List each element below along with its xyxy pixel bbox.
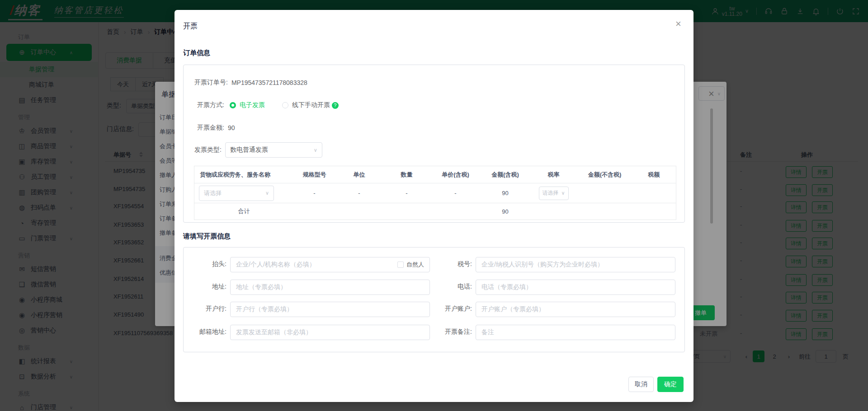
order-info-heading: 订单信息 bbox=[183, 49, 210, 57]
radio-offline-label[interactable]: 线下手动开票 bbox=[292, 101, 330, 109]
radio-electronic-label[interactable]: 电子发票 bbox=[240, 101, 265, 109]
title-placeholder: 企业/个人/机构名称（必填） bbox=[236, 261, 316, 269]
invoice-amount-row: 开票金额: 90 bbox=[197, 124, 235, 132]
goods-unitprice-value: - bbox=[430, 183, 481, 203]
cancel-button[interactable]: 取消 bbox=[628, 377, 654, 392]
order-no-label: 开票订单号: bbox=[194, 79, 228, 87]
invoice-amount-label: 开票金额: bbox=[197, 124, 224, 132]
chevron-down-icon: ∨ bbox=[561, 190, 565, 196]
fill-invoice-heading: 请填写开票信息 bbox=[183, 232, 231, 241]
order-no-row: 开票订单号: MP1954735721178083328 bbox=[194, 79, 307, 87]
remark-field-label: 开票备注: bbox=[387, 328, 472, 336]
order-no-value: MP1954735721178083328 bbox=[231, 79, 307, 86]
radio-electronic-invoice[interactable] bbox=[230, 102, 236, 108]
confirm-button[interactable]: 确定 bbox=[657, 377, 684, 392]
invoice-type-select[interactable]: 数电普通发票 ∨ bbox=[225, 142, 322, 158]
help-icon[interactable]: ? bbox=[332, 102, 339, 109]
goods-col-amount-extax: 金额(不含税) bbox=[578, 166, 632, 183]
goods-total-row: 合计 90 bbox=[194, 203, 676, 220]
tax-rate-placeholder: 请选择 bbox=[542, 189, 559, 197]
order-info-box: 开票订单号: MP1954735721178083328 开票方式: 电子发票 … bbox=[183, 65, 685, 223]
goods-col-taxrate: 税率 bbox=[530, 166, 578, 183]
goods-col-name: 货物或应税劳务、服务名称 bbox=[194, 166, 294, 183]
taxno-field-label: 税号: bbox=[387, 260, 472, 268]
taxno-placeholder: 企业/纳税人识别号（购买方为企业时必填） bbox=[481, 261, 604, 269]
account-placeholder: 开户账户（专票必填） bbox=[481, 305, 545, 313]
goods-col-qty: 数量 bbox=[383, 166, 430, 183]
invoice-method-row: 开票方式: 电子发票 线下手动开票 ? bbox=[197, 101, 339, 109]
invoice-modal-title: 开票 bbox=[183, 22, 198, 31]
phone-field-label: 电话: bbox=[387, 283, 472, 291]
app-root: /纳客 纳客管店更轻松 tw v1.11.20 ∨ 订单 ⊕ bbox=[0, 0, 868, 411]
account-field-label: 开户账户: bbox=[387, 305, 472, 313]
remark-placeholder: 备注 bbox=[481, 328, 494, 336]
address-field-label: 地址: bbox=[184, 283, 226, 291]
close-icon[interactable]: × bbox=[675, 19, 681, 29]
remark-field-input[interactable]: 备注 bbox=[476, 325, 675, 340]
invoice-amount-value: 90 bbox=[228, 124, 235, 131]
phone-placeholder: 电话（专票必填） bbox=[481, 283, 532, 291]
invoice-form-box: 抬头: 企业/个人/机构名称（必填） 自然人 税号: 企业/纳税人识别号（购买方… bbox=[183, 247, 685, 352]
phone-field-input[interactable]: 电话（专票必填） bbox=[476, 280, 675, 295]
email-field-label: 邮箱地址: bbox=[184, 328, 226, 336]
goods-amount-extax-value bbox=[578, 183, 632, 203]
goods-name-select[interactable]: 请选择 ∨ bbox=[199, 186, 274, 201]
email-placeholder: 发票发送至邮箱（非必填） bbox=[236, 328, 312, 336]
goods-col-amount: 金额(含税) bbox=[481, 166, 530, 183]
goods-amount-value: 90 bbox=[481, 183, 530, 203]
radio-offline-invoice[interactable] bbox=[282, 102, 288, 108]
goods-name-placeholder: 请选择 bbox=[204, 189, 222, 197]
goods-col-spec: 规格型号 bbox=[294, 166, 335, 183]
invoice-type-label: 发票类型: bbox=[194, 146, 222, 154]
goods-unit-value: - bbox=[335, 183, 383, 203]
goods-spec-value: - bbox=[294, 183, 335, 203]
chevron-down-icon: ∨ bbox=[314, 147, 317, 153]
address-placeholder: 地址（专票必填） bbox=[236, 283, 287, 291]
invoice-type-value: 数电普通发票 bbox=[230, 146, 268, 154]
goods-data-row: 请选择 ∨ - - - - 90 请选择 ∨ bbox=[194, 183, 676, 203]
tax-rate-select[interactable]: 请选择 ∨ bbox=[539, 187, 569, 200]
goods-qty-value: - bbox=[383, 183, 430, 203]
bank-field-label: 开户行: bbox=[184, 305, 226, 313]
goods-col-unitprice: 单价(含税) bbox=[430, 166, 481, 183]
bank-placeholder: 开户行（专票必填） bbox=[236, 305, 293, 313]
title-field-label: 抬头: bbox=[184, 260, 226, 268]
invoice-modal: 开票 × 订单信息 开票订单号: MP1954735721178083328 开… bbox=[175, 10, 693, 402]
goods-tax-value bbox=[632, 183, 676, 203]
chevron-down-icon: ∨ bbox=[265, 190, 269, 196]
goods-header-row: 货物或应税劳务、服务名称 规格型号 单位 数量 单价(含税) 金额(含税) 税率… bbox=[194, 166, 676, 183]
taxno-field-input[interactable]: 企业/纳税人识别号（购买方为企业时必填） bbox=[476, 257, 675, 272]
goods-total-amount: 90 bbox=[481, 203, 530, 220]
goods-table: 货物或应税劳务、服务名称 规格型号 单位 数量 单价(含税) 金额(含税) 税率… bbox=[194, 166, 676, 220]
account-field-input[interactable]: 开户账户（专票必填） bbox=[476, 302, 675, 317]
goods-col-unit: 单位 bbox=[335, 166, 383, 183]
invoice-method-label: 开票方式: bbox=[197, 101, 224, 109]
invoice-type-row: 发票类型: 数电普通发票 ∨ bbox=[194, 142, 322, 158]
goods-col-tax: 税额 bbox=[632, 166, 676, 183]
goods-total-label: 合计 bbox=[194, 203, 294, 220]
